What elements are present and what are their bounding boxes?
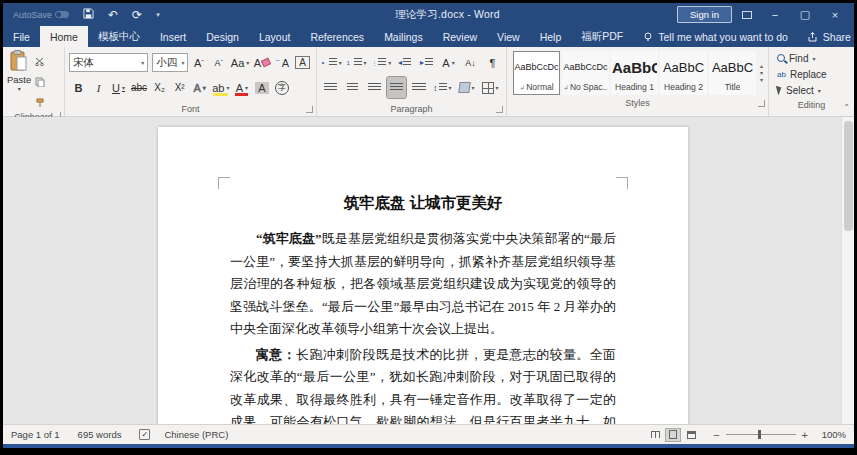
tab-view[interactable]: View [487, 26, 530, 47]
tab-foxit-pdf[interactable]: 福昕PDF [571, 26, 633, 47]
document-area[interactable]: 筑牢底盘 让城市更美好 “筑牢底盘”既是基层党组织是贯彻落实党中央决策部署的“最… [3, 117, 854, 424]
decrease-indent-button[interactable]: ◂ [395, 52, 414, 73]
print-layout-button[interactable] [665, 428, 681, 442]
phonetic-guide-button[interactable]: A [273, 52, 292, 73]
share-button[interactable]: Share [798, 26, 854, 47]
font-color-button[interactable]: A [232, 77, 251, 98]
highlight-color-button[interactable]: ab [210, 77, 231, 98]
multilevel-list-button[interactable]: ⋮ [370, 52, 392, 73]
autosave-toggle[interactable]: AutoSave [13, 10, 69, 20]
document-paragraph-2[interactable]: 寓意：长跑冲刺阶段既是技术的比拼，更是意志的较量。全面深化改革的“最后一公里”，… [230, 344, 616, 425]
qat-customize-icon[interactable]: ▾ [156, 11, 160, 19]
bold-button[interactable]: B [69, 77, 88, 98]
zoom-out-icon[interactable]: − [713, 429, 719, 441]
word-count[interactable]: 695 words [78, 429, 122, 440]
web-layout-button[interactable] [683, 428, 699, 442]
paste-button[interactable]: Paste ▾ [7, 50, 31, 112]
tab-insert[interactable]: Insert [150, 26, 196, 47]
strikethrough-button[interactable]: abc [129, 77, 149, 98]
font-dialog-launcher-icon[interactable] [306, 106, 313, 113]
style-normal[interactable]: AaBbCcDc ↲Normal [513, 51, 560, 95]
format-painter-icon[interactable] [35, 94, 46, 112]
superscript-button[interactable]: X² [170, 77, 189, 98]
zoom-in-icon[interactable]: + [802, 429, 808, 441]
cut-icon[interactable] [35, 52, 46, 70]
character-border-button[interactable]: A [293, 52, 312, 73]
tell-me-box[interactable]: Tell me what you want to do [633, 26, 798, 47]
tab-file[interactable]: File [3, 26, 40, 47]
select-button[interactable]: Select▾ [777, 83, 846, 97]
tab-review[interactable]: Review [433, 26, 487, 47]
undo-icon[interactable]: ↶ [108, 9, 118, 21]
collapse-ribbon-icon[interactable]: ⌃ [843, 103, 850, 112]
styles-gallery-scroll[interactable]: ▴ ▾ ▾ [758, 51, 765, 95]
justify-button[interactable] [387, 77, 406, 98]
restore-button[interactable]: ▢ [792, 5, 818, 24]
scrollbar-thumb[interactable] [844, 121, 853, 231]
align-left-button[interactable] [321, 77, 340, 98]
clear-formatting-button[interactable]: A [252, 52, 272, 73]
subscript-button[interactable]: X₂ [150, 77, 169, 98]
zoom-slider[interactable] [726, 434, 796, 435]
page-indicator[interactable]: Page 1 of 1 [11, 429, 60, 440]
asian-layout-button[interactable]: A [439, 52, 458, 73]
styles-dialog-launcher-icon[interactable] [758, 100, 765, 107]
distribute-button[interactable] [409, 77, 428, 98]
styles-more-icon[interactable]: ▾ [760, 78, 763, 83]
font-size-combo[interactable]: 小四▾ [152, 53, 188, 72]
vertical-scrollbar[interactable] [841, 117, 854, 424]
document-page[interactable]: 筑牢底盘 让城市更美好 “筑牢底盘”既是基层党组织是贯彻落实党中央决策部署的“最… [158, 127, 688, 424]
style-no-spacing[interactable]: AaBbCcDc ↲No Spac... [562, 51, 609, 95]
document-paragraph-1[interactable]: “筑牢底盘”既是基层党组织是贯彻落实党中央决策部署的“最后一公里”，要坚持大抓基… [230, 228, 616, 341]
font-name-combo[interactable]: 宋体▾ [69, 53, 148, 72]
tab-home[interactable]: Home [40, 26, 88, 47]
enclose-characters-button[interactable]: 字 [272, 77, 291, 98]
paragraph-dialog-launcher-icon[interactable] [496, 106, 503, 113]
style-title[interactable]: AaBbC Title [709, 51, 756, 95]
style-heading1[interactable]: AaBbC Heading 1 [611, 51, 658, 95]
character-shading-button[interactable]: A [252, 77, 271, 98]
align-center-button[interactable] [343, 77, 362, 98]
tab-mailings[interactable]: Mailings [374, 26, 433, 47]
copy-icon[interactable] [35, 73, 46, 91]
close-button[interactable]: × [822, 5, 848, 24]
redo-icon[interactable]: ⟳ [132, 9, 142, 21]
tab-template-center[interactable]: 模板中心 [88, 26, 150, 47]
grow-font-button[interactable]: A [189, 52, 208, 73]
borders-button[interactable] [480, 77, 501, 98]
document-heading[interactable]: 筑牢底盘 让城市更美好 [230, 193, 616, 214]
sort-button[interactable]: A↓ [461, 52, 480, 73]
tab-layout[interactable]: Layout [249, 26, 301, 47]
find-button[interactable]: Find▾ [777, 51, 846, 65]
language-indicator[interactable]: Chinese (PRC) [164, 429, 228, 440]
shading-button[interactable] [457, 77, 477, 98]
text-effects-button[interactable]: A [190, 77, 209, 98]
italic-button[interactable]: I [89, 77, 108, 98]
increase-indent-button[interactable]: ▸ [417, 52, 436, 73]
bullets-button[interactable]: • [321, 52, 343, 73]
styles-scroll-up-icon[interactable]: ▴ [760, 64, 763, 69]
status-bar: Page 1 of 1 695 words ✓ Chinese (PRC) − … [3, 424, 854, 444]
show-hide-marks-button[interactable]: ¶ [483, 52, 502, 73]
sign-in-button[interactable]: Sign in [677, 6, 732, 23]
read-mode-button[interactable] [647, 428, 663, 442]
zoom-slider-thumb[interactable] [758, 430, 761, 439]
minimize-button[interactable]: − [762, 5, 788, 24]
ribbon-display-options-icon[interactable] [736, 7, 758, 23]
shrink-font-button[interactable]: A [209, 52, 228, 73]
numbering-button[interactable]: 1 [346, 52, 368, 73]
tab-help[interactable]: Help [530, 26, 572, 47]
tab-references[interactable]: References [300, 26, 374, 47]
save-icon[interactable] [83, 8, 94, 21]
styles-scroll-down-icon[interactable]: ▾ [760, 71, 763, 76]
replace-button[interactable]: abReplace [777, 67, 846, 81]
font-group-label: Font [181, 104, 199, 114]
spellcheck-icon[interactable]: ✓ [139, 429, 150, 440]
tab-design[interactable]: Design [196, 26, 249, 47]
underline-button[interactable]: U [109, 77, 128, 98]
line-spacing-button[interactable]: ↕ [431, 77, 454, 98]
change-case-button[interactable]: Aa [229, 52, 250, 73]
zoom-percentage[interactable]: 100% [814, 429, 846, 440]
align-right-button[interactable] [365, 77, 384, 98]
style-heading2[interactable]: AaBbC Heading 2 [660, 51, 707, 95]
